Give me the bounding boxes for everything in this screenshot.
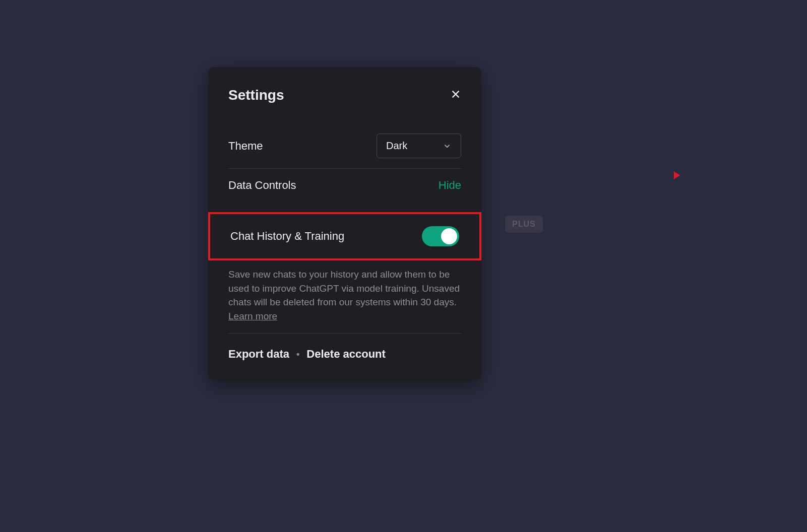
- data-controls-label: Data Controls: [228, 179, 296, 192]
- hide-link[interactable]: Hide: [439, 179, 461, 192]
- modal-title: Settings: [228, 87, 284, 103]
- modal-header: Settings: [228, 87, 461, 103]
- description-text: Save new chats to your history and allow…: [228, 269, 460, 307]
- close-button[interactable]: [450, 89, 461, 102]
- cursor-indicator: [674, 171, 680, 179]
- theme-row: Theme Dark: [228, 123, 461, 168]
- divider: [228, 333, 461, 334]
- toggle-knob: [441, 228, 457, 244]
- close-icon: [450, 89, 461, 100]
- settings-modal: Settings Theme Dark Data Controls Hide C…: [208, 67, 481, 381]
- chat-history-description: Save new chats to your history and allow…: [228, 268, 461, 323]
- chat-history-label: Chat History & Training: [230, 230, 344, 243]
- separator-dot: •: [296, 349, 299, 360]
- data-controls-row: Data Controls Hide: [228, 169, 461, 202]
- theme-select[interactable]: Dark: [377, 134, 461, 158]
- chat-history-toggle[interactable]: [422, 226, 459, 246]
- delete-account-button[interactable]: Delete account: [306, 348, 386, 361]
- export-data-button[interactable]: Export data: [228, 348, 289, 361]
- learn-more-link[interactable]: Learn more: [228, 311, 277, 321]
- chat-history-highlight: Chat History & Training: [208, 212, 481, 260]
- chevron-down-icon: [443, 142, 452, 151]
- theme-label: Theme: [228, 140, 263, 153]
- plus-badge: PLUS: [505, 216, 543, 233]
- footer-actions: Export data • Delete account: [228, 348, 461, 361]
- theme-selected-value: Dark: [386, 140, 407, 152]
